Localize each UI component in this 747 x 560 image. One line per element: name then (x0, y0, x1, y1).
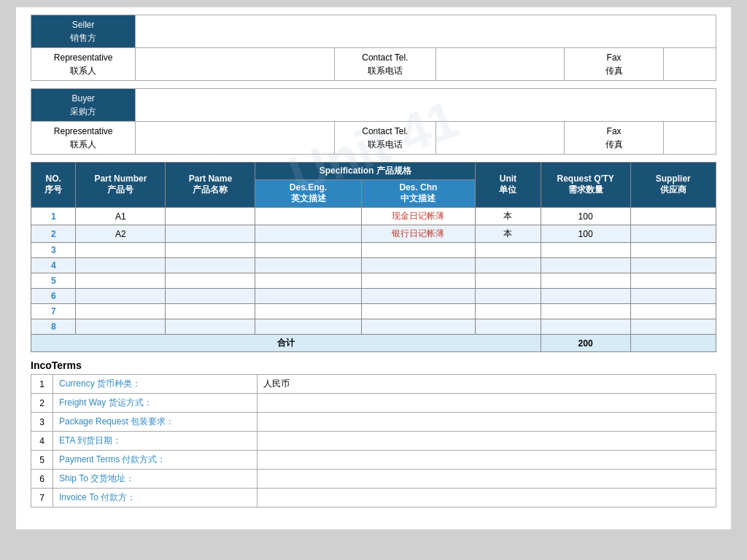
list-item: 4ETA 到货日期： (31, 432, 716, 451)
buyer-contact-label: Contact Tel. 联系电话 (335, 122, 436, 155)
col-name-header: Part Name 产品名称 (166, 163, 255, 208)
seller-header: Seller 销售方 (31, 15, 136, 48)
table-row: 6 (31, 289, 716, 304)
list-item: 3Package Request 包装要求： (31, 413, 716, 432)
seller-contact-value[interactable] (436, 48, 565, 81)
total-supplier (630, 335, 716, 352)
incoterms-title: IncoTerms (31, 359, 716, 371)
table-row: 5 (31, 273, 716, 289)
total-label: 合计 (31, 335, 541, 352)
seller-table: Seller 销售方 Representative 联系人 Contact Te… (31, 15, 716, 81)
table-row: 3 (31, 243, 716, 258)
product-table: NO. 序号 Part Number 产品号 Part Name 产品名称 Sp… (31, 162, 716, 352)
seller-fax-label: Fax 传真 (565, 48, 664, 81)
seller-rep-value[interactable] (136, 48, 335, 81)
incoterms-table: 1Currency 货币种类：人民币2Freight Way 货运方式：3Pac… (31, 374, 716, 508)
col-des-eng-header: Des.Eng. 英文描述 (255, 180, 361, 208)
list-item: 1Currency 货币种类：人民币 (31, 375, 716, 394)
list-item: 5Payment Terms 付款方式： (31, 451, 716, 470)
total-row: 合计 200 (31, 335, 716, 352)
col-unit-header: Unit 单位 (476, 163, 541, 208)
seller-section: Seller 销售方 Representative 联系人 Contact Te… (31, 15, 716, 81)
table-row: 7 (31, 304, 716, 319)
seller-name-value[interactable] (136, 15, 716, 48)
product-section: NO. 序号 Part Number 产品号 Part Name 产品名称 Sp… (31, 162, 716, 352)
col-supplier-header: Supplier 供应商 (630, 163, 716, 208)
seller-fax-value[interactable] (663, 48, 716, 81)
list-item: 6Ship To 交货地址： (31, 470, 716, 489)
list-item: 2Freight Way 货运方式： (31, 394, 716, 413)
col-no-header: NO. 序号 (31, 163, 76, 208)
col-qty-header: Request Q'TY 需求数量 (541, 163, 630, 208)
buyer-name-value[interactable] (136, 89, 716, 122)
seller-rep-label: Representative 联系人 (31, 48, 136, 81)
list-item: 7Invoice To 付款方： (31, 489, 716, 508)
col-des-chn-header: Des. Chn 中文描述 (361, 180, 476, 208)
seller-contact-label: Contact Tel. 联系电话 (335, 48, 436, 81)
table-row: 4 (31, 258, 716, 273)
buyer-fax-value[interactable] (663, 122, 716, 155)
table-row: 8 (31, 319, 716, 335)
buyer-fax-label: Fax 传真 (565, 122, 664, 155)
col-spec-header: Specification 产品规格 (255, 163, 476, 180)
buyer-contact-value[interactable] (436, 122, 565, 155)
buyer-section: Buyer 采购方 Representative 联系人 Contact Tel… (31, 88, 716, 155)
buyer-table: Buyer 采购方 Representative 联系人 Contact Tel… (31, 88, 716, 155)
buyer-rep-value[interactable] (136, 122, 335, 155)
table-row: 1A1现金日记帐薄本100 (31, 208, 716, 225)
total-qty: 200 (541, 335, 630, 352)
buyer-header: Buyer 采购方 (31, 89, 136, 122)
col-part-header: Part Number 产品号 (76, 163, 166, 208)
table-row: 2A2银行日记帐薄本100 (31, 225, 716, 243)
buyer-rep-label: Representative 联系人 (31, 122, 136, 155)
incoterms-section: IncoTerms 1Currency 货币种类：人民币2Freight Way… (31, 359, 716, 508)
